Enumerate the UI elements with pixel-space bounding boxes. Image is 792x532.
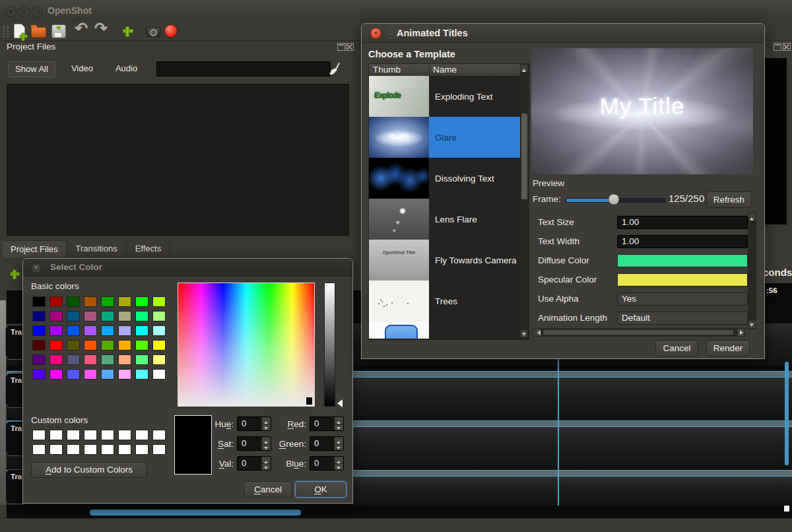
window-titlebar[interactable]: × − □ OpenShot (0, 0, 792, 22)
property-value[interactable] (617, 273, 748, 286)
dock-tab[interactable]: Effects (127, 240, 171, 257)
custom-color-swatch[interactable] (84, 430, 97, 440)
basic-color-swatch[interactable] (67, 369, 80, 380)
record-export-icon[interactable] (164, 24, 178, 38)
dock-tab[interactable]: Transitions (67, 240, 127, 257)
basic-color-swatch[interactable] (84, 296, 97, 307)
props-scroll-left-icon[interactable] (533, 328, 541, 337)
value-slider[interactable] (324, 283, 335, 407)
basic-color-swatch[interactable] (152, 325, 166, 336)
basic-color-swatch[interactable] (101, 354, 114, 365)
basic-color-swatch[interactable] (152, 354, 166, 365)
template-thumbnail[interactable] (369, 281, 429, 321)
basic-color-swatch[interactable] (135, 311, 148, 321)
dialog-close-icon[interactable]: × (31, 263, 42, 273)
scroll-down-icon[interactable] (520, 329, 528, 338)
custom-color-swatch[interactable] (135, 444, 148, 455)
clear-search-brush-icon[interactable] (327, 61, 341, 78)
frame-slider-handle[interactable] (609, 194, 619, 205)
spin-input[interactable]: 0 (310, 416, 344, 431)
basic-color-swatch[interactable] (32, 296, 46, 307)
basic-color-swatch[interactable] (67, 311, 80, 321)
template-row[interactable]: Dissolving Text (369, 158, 521, 199)
list-scroll-track[interactable] (520, 73, 529, 331)
cancel-button[interactable]: Cancel (244, 481, 292, 498)
basic-color-swatch[interactable] (101, 325, 114, 336)
dialog-close-icon[interactable]: × (370, 28, 381, 39)
timeline-vertical-scrollbar[interactable] (785, 362, 789, 465)
basic-color-swatch[interactable] (67, 325, 80, 336)
basic-color-swatch[interactable] (152, 311, 166, 321)
thumb-column-header[interactable]: Thumb (373, 65, 401, 75)
custom-color-swatch[interactable] (50, 430, 63, 440)
basic-color-swatch[interactable] (84, 340, 97, 350)
custom-color-swatch[interactable] (152, 430, 166, 440)
add-to-custom-colors-button[interactable]: Add to Custom Colors (31, 462, 147, 478)
basic-color-swatch[interactable] (135, 354, 148, 365)
template-row[interactable]: My Title Glare (369, 117, 521, 158)
timeline-horizontal-scrollbar[interactable] (90, 510, 301, 515)
basic-color-swatch[interactable] (118, 340, 131, 350)
name-column-header[interactable]: Name (433, 65, 457, 75)
basic-color-swatch[interactable] (101, 369, 114, 380)
basic-color-swatch[interactable] (32, 325, 46, 336)
basic-color-swatch[interactable] (50, 311, 63, 321)
render-button[interactable]: Render (706, 340, 750, 356)
custom-color-swatch[interactable] (152, 444, 166, 455)
template-thumbnail[interactable] (369, 321, 429, 339)
spin-input[interactable]: 0 (237, 456, 271, 471)
filter-button[interactable]: Video (65, 61, 100, 76)
basic-color-swatch[interactable] (118, 354, 131, 365)
custom-color-swatch[interactable] (101, 430, 114, 440)
window-maximize-button[interactable]: □ (32, 6, 43, 17)
dock-tab[interactable]: Project Files (1, 240, 67, 257)
basic-color-swatch[interactable] (84, 325, 97, 336)
basic-color-swatch[interactable] (135, 369, 148, 380)
basic-color-swatch[interactable] (101, 296, 114, 307)
basic-color-swatch[interactable] (50, 369, 63, 380)
basic-color-swatch[interactable] (32, 340, 46, 350)
window-resize-grip[interactable] (783, 523, 789, 530)
snapshot-icon[interactable] (146, 27, 160, 37)
props-scroll-down-icon[interactable] (748, 320, 756, 329)
dialog-maximize-icon[interactable]: □ (385, 28, 397, 39)
custom-color-swatch[interactable] (50, 444, 63, 455)
template-row[interactable]: OpenShot Title Fly Towards Camera (369, 240, 521, 281)
spin-input[interactable]: 0 (310, 436, 344, 451)
property-value[interactable]: 1.00 (617, 235, 748, 248)
basic-color-swatch[interactable] (101, 311, 114, 321)
filter-button[interactable]: Show All (8, 61, 55, 77)
spin-down-icon[interactable] (334, 463, 343, 471)
open-project-icon[interactable] (31, 27, 46, 38)
hue-saturation-picker[interactable] (178, 283, 315, 407)
basic-color-swatch[interactable] (50, 325, 63, 336)
spin-up-icon[interactable] (334, 457, 343, 463)
ok-button[interactable]: OK (295, 481, 346, 498)
basic-color-swatch[interactable] (50, 354, 63, 365)
props-scroll-right-icon[interactable] (737, 328, 745, 337)
basic-color-swatch[interactable] (84, 354, 97, 365)
props-hscroll-thumb[interactable] (543, 330, 733, 335)
property-value[interactable]: 1.00 (617, 216, 748, 229)
custom-color-swatch[interactable] (32, 444, 46, 455)
spin-input[interactable]: 0 (310, 456, 344, 471)
list-scroll-thumb[interactable] (521, 114, 527, 199)
basic-color-swatch[interactable] (32, 369, 46, 380)
basic-color-swatch[interactable] (152, 340, 166, 350)
template-row[interactable]: Explode Exploding Text (369, 76, 521, 117)
template-row[interactable]: Wireframe Text (369, 321, 521, 339)
scroll-up-icon[interactable] (520, 64, 528, 73)
timeline-corner-grip[interactable] (784, 506, 789, 512)
spin-up-icon[interactable] (334, 417, 343, 424)
basic-color-swatch[interactable] (67, 340, 80, 350)
basic-color-swatch[interactable] (152, 296, 166, 307)
template-thumbnail[interactable]: OpenShot Title (369, 240, 429, 281)
basic-color-swatch[interactable] (84, 311, 97, 321)
custom-color-swatch[interactable] (32, 430, 46, 440)
spin-down-icon[interactable] (334, 444, 343, 451)
template-thumbnail[interactable]: Explode (369, 76, 429, 117)
template-thumbnail[interactable]: My Title (369, 117, 429, 158)
custom-color-swatch[interactable] (84, 444, 97, 455)
basic-color-swatch[interactable] (67, 296, 80, 307)
undo-icon[interactable]: ↶ (75, 19, 88, 38)
